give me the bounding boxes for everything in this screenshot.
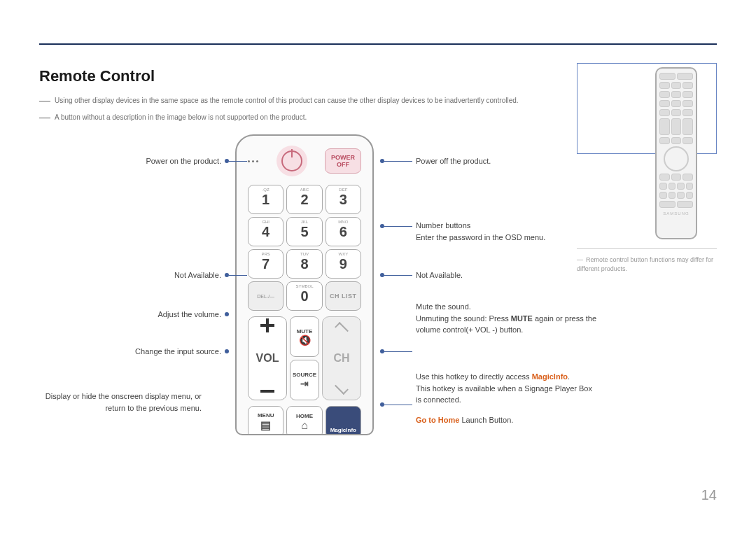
callout-numbers: Number buttonsEnter the password in the … (416, 220, 545, 243)
key-0: SYMBOL0 (286, 281, 322, 311)
key-chlist: CH LIST (326, 281, 361, 311)
remote-control-diagram: POWER OFF .QZ1 ABC2 DEF3 GHI4 JKL5 MNO6 … (235, 134, 374, 435)
leader-line (229, 161, 247, 162)
chevron-up-icon (335, 322, 349, 336)
key-7: PRS7 (248, 249, 284, 279)
vol-label: VOL (256, 352, 279, 365)
mute-icon: 🔇 (299, 335, 311, 346)
callout-home: Go to Home Launch Button. (416, 414, 513, 426)
menu-button: MENU▤ (248, 406, 284, 435)
callout-menu: Display or hide the onscreen display men… (20, 391, 202, 414)
key-9: WXY9 (326, 249, 361, 279)
callout-not-available-left: Not Available. (39, 269, 221, 281)
page-number: 14 (701, 487, 717, 503)
leader-line (384, 351, 412, 352)
key-3: DEF3 (326, 185, 361, 214)
leader-line (384, 275, 412, 276)
brand-label: SAMSUNG (659, 211, 693, 216)
ch-label: CH (333, 352, 349, 365)
key-2: ABC2 (286, 185, 322, 214)
source-button: SOURCE⇥ (290, 360, 319, 400)
leader-line (384, 161, 412, 162)
note-text: Using other display devices in the same … (55, 97, 519, 104)
chevron-down-icon (335, 381, 349, 395)
callout-mute: Mute the sound. Unmuting the sound: Pres… (416, 301, 598, 336)
mini-remote-illustration: SAMSUNG (655, 67, 697, 239)
callout-power-off: Power off the product. (416, 155, 491, 167)
leader-line (384, 405, 412, 405)
leader-line (229, 275, 247, 276)
power-off-button: POWER OFF (325, 148, 361, 174)
key-6: MNO6 (326, 217, 361, 246)
power-on-button (276, 146, 307, 176)
magicinfo-button: MagicInfo (326, 406, 361, 435)
note-line-2: ― A button without a description in the … (39, 111, 307, 122)
callout-volume: Adjust the volume. (39, 309, 221, 321)
key-1: .QZ1 (248, 185, 284, 214)
home-icon: ⌂ (301, 419, 308, 432)
channel-rocker: CH (322, 316, 361, 400)
menu-icon: ▤ (260, 419, 271, 432)
note-line-1: ― Using other display devices in the sam… (39, 94, 519, 105)
callout-source: Change the input source. (39, 346, 221, 358)
minus-icon (260, 390, 274, 393)
home-button: HOME⌂ (286, 406, 322, 435)
number-pad: .QZ1 ABC2 DEF3 GHI4 JKL5 MNO6 PRS7 TUV8 … (244, 182, 365, 314)
page-title: Remote Control (39, 67, 155, 85)
callout-power-on: Power on the product. (39, 155, 221, 167)
leader-dot (225, 349, 229, 353)
key-5: JKL5 (286, 217, 322, 246)
leader-line (384, 226, 412, 227)
ir-dots-icon (248, 160, 258, 162)
plus-icon (260, 324, 274, 327)
note-text: A button without a description in the im… (55, 113, 307, 121)
header-rule (39, 43, 717, 45)
side-note: ―Remote control button functions may dif… (577, 255, 717, 273)
side-rule (577, 248, 717, 249)
key-del: DEL-/— (248, 281, 284, 311)
dash-icon: ― (39, 112, 50, 123)
key-8: TUV8 (286, 249, 322, 279)
source-icon: ⇥ (300, 378, 309, 389)
volume-rocker: VOL (248, 316, 287, 400)
leader-dot (225, 312, 229, 316)
dash-icon: ― (39, 95, 50, 106)
mute-button: MUTE🔇 (290, 316, 319, 357)
key-4: GHI4 (248, 217, 284, 246)
callout-magicinfo: Use this hotkey to directly access Magic… (416, 371, 598, 406)
callout-not-available-right: Not Available. (416, 269, 463, 281)
